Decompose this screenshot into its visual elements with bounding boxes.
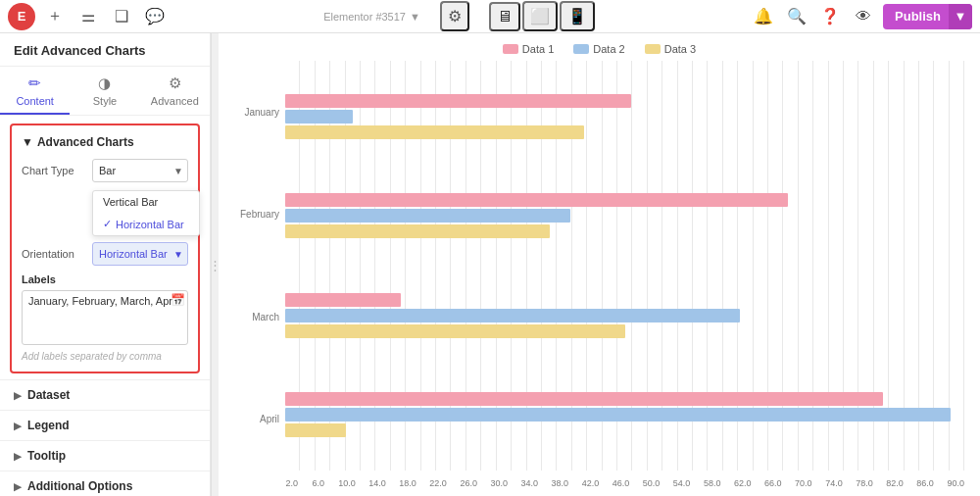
calendar-icon[interactable]: 📅 xyxy=(171,293,185,307)
legend-dot-1 xyxy=(503,44,518,54)
bar-group xyxy=(285,167,964,267)
horizontal-bar-label: Horizontal Bar xyxy=(116,219,184,230)
notifications-icon[interactable]: 🔔 xyxy=(750,3,777,30)
eye-icon[interactable]: 👁 xyxy=(850,3,877,30)
bar xyxy=(285,193,788,207)
x-label: 14.0 xyxy=(368,478,386,488)
vertical-bar-option[interactable]: Vertical Bar xyxy=(93,191,199,213)
panel-handle[interactable]: ⋮ xyxy=(211,33,219,496)
bar-row xyxy=(285,392,964,406)
comments-button[interactable]: 💬 xyxy=(141,3,169,30)
x-label: 38.0 xyxy=(552,478,569,488)
x-label: 42.0 xyxy=(582,478,600,488)
x-label: 78.0 xyxy=(856,478,873,488)
chart-type-control: Bar ▼ xyxy=(92,159,188,182)
bar-row xyxy=(285,224,964,238)
legend-section[interactable]: ▶ Legend xyxy=(0,410,210,440)
help-icon[interactable]: ❓ xyxy=(816,3,844,30)
publish-button[interactable]: Publish ▼ xyxy=(883,4,972,29)
bar-row xyxy=(285,110,964,124)
publish-group: Publish ▼ xyxy=(883,4,972,29)
additional-options-section[interactable]: ▶ Additional Options xyxy=(0,471,210,496)
section-title: ▼ Advanced Charts xyxy=(22,135,188,149)
advanced-charts-section: ▼ Advanced Charts Chart Type Bar ▼ Vert xyxy=(10,124,200,373)
dataset-section[interactable]: ▶ Dataset xyxy=(0,379,210,410)
legend-data2: Data 2 xyxy=(573,43,624,55)
orientation-row: Orientation Horizontal Bar ▼ xyxy=(22,242,188,266)
layers-button[interactable]: ❑ xyxy=(108,3,135,30)
labels-textarea-wrapper: January, February, March, April 📅 xyxy=(22,290,188,348)
elementor-logo[interactable]: E xyxy=(8,3,35,30)
labels-textarea[interactable]: January, February, March, April xyxy=(22,290,188,345)
x-label: 26.0 xyxy=(460,478,477,488)
x-label: 30.0 xyxy=(490,478,508,488)
orientation-control: Horizontal Bar ▼ xyxy=(92,242,188,266)
desktop-icon[interactable]: 🖥 xyxy=(489,2,520,31)
x-label: 2.0 xyxy=(285,478,299,488)
topbar-right: 🔔 🔍 ❓ 👁 Publish ▼ xyxy=(750,3,972,30)
bar xyxy=(285,224,550,238)
chart-type-select[interactable]: Bar xyxy=(92,159,188,182)
horizontal-bar-option[interactable]: ✓ Horizontal Bar xyxy=(93,213,199,235)
bar xyxy=(285,408,951,422)
sidebar: Edit Advanced Charts ✏ Content ◑ Style ⚙… xyxy=(0,33,211,496)
x-label: 70.0 xyxy=(795,478,812,488)
bar xyxy=(285,293,401,307)
chart-type-label: Chart Type xyxy=(22,165,92,176)
content-tab-icon: ✏ xyxy=(28,74,41,92)
labels-hint: Add labels separated by comma xyxy=(22,351,188,362)
chart-area: Data 1 Data 2 Data 3 January February Ma… xyxy=(219,33,980,496)
topbar: E ＋ ⚌ ❑ 💬 Elementor #3517 ▼ ⚙ 🖥 ⬜ 📱 🔔 🔍 … xyxy=(0,0,980,33)
check-icon: ✓ xyxy=(103,218,112,230)
chart-inner: 2.06.010.014.018.022.026.030.034.038.042… xyxy=(285,61,964,488)
topbar-center: Elementor #3517 ▼ ⚙ 🖥 ⬜ 📱 xyxy=(174,1,744,31)
bar-group xyxy=(285,366,964,466)
responsive-group: 🖥 ⬜ 📱 xyxy=(489,1,595,31)
bar-row xyxy=(285,324,964,338)
y-label-january: January xyxy=(234,107,285,118)
tablet-icon[interactable]: ⬜ xyxy=(522,1,558,31)
bar xyxy=(285,110,353,124)
orientation-select[interactable]: Horizontal Bar xyxy=(92,242,188,266)
x-axis: 2.06.010.014.018.022.026.030.034.038.042… xyxy=(285,471,964,488)
publish-arrow[interactable]: ▼ xyxy=(949,4,972,29)
legend-dot-3 xyxy=(645,44,661,54)
x-label: 62.0 xyxy=(734,478,752,488)
bar-row xyxy=(285,408,964,422)
section-collapse-arrow[interactable]: ▼ xyxy=(22,135,33,149)
x-label: 6.0 xyxy=(312,478,325,488)
bar-row xyxy=(285,309,964,322)
settings-icon[interactable]: ⚙ xyxy=(440,1,469,31)
style-tab-icon: ◑ xyxy=(98,74,111,92)
chart-type-row: Chart Type Bar ▼ xyxy=(22,159,188,182)
bar-group xyxy=(285,67,964,167)
sidebar-header: Edit Advanced Charts xyxy=(0,33,210,67)
tab-content[interactable]: ✏ Content xyxy=(0,67,70,115)
bar xyxy=(285,392,883,406)
bar-row xyxy=(285,193,964,207)
x-label: 74.0 xyxy=(825,478,843,488)
orientation-dropdown: Vertical Bar ✓ Horizontal Bar xyxy=(92,190,200,236)
bar xyxy=(285,423,346,437)
add-button[interactable]: ＋ xyxy=(41,3,69,30)
chart-container: January February March April 2.06.010.01… xyxy=(234,61,964,488)
tab-advanced[interactable]: ⚙ Advanced xyxy=(140,67,210,115)
labels-section: Labels January, February, March, April 📅… xyxy=(22,273,188,362)
orientation-label: Orientation xyxy=(22,248,92,260)
search-icon[interactable]: 🔍 xyxy=(783,3,810,30)
bar-row xyxy=(285,293,964,307)
legend-data1: Data 1 xyxy=(503,43,554,55)
additional-arrow-icon: ▶ xyxy=(14,481,22,492)
labels-heading: Labels xyxy=(22,273,188,285)
tooltip-arrow-icon: ▶ xyxy=(14,451,22,462)
x-label: 46.0 xyxy=(612,478,630,488)
x-label: 10.0 xyxy=(338,478,356,488)
advanced-tab-icon: ⚙ xyxy=(169,74,181,92)
navigator-button[interactable]: ⚌ xyxy=(74,3,102,30)
mobile-icon[interactable]: 📱 xyxy=(560,1,595,31)
tooltip-section[interactable]: ▶ Tooltip xyxy=(0,440,210,471)
x-label: 18.0 xyxy=(399,478,416,488)
tab-style[interactable]: ◑ Style xyxy=(70,67,139,115)
page-title[interactable]: Elementor #3517 ▼ xyxy=(323,11,420,23)
x-label: 58.0 xyxy=(704,478,721,488)
